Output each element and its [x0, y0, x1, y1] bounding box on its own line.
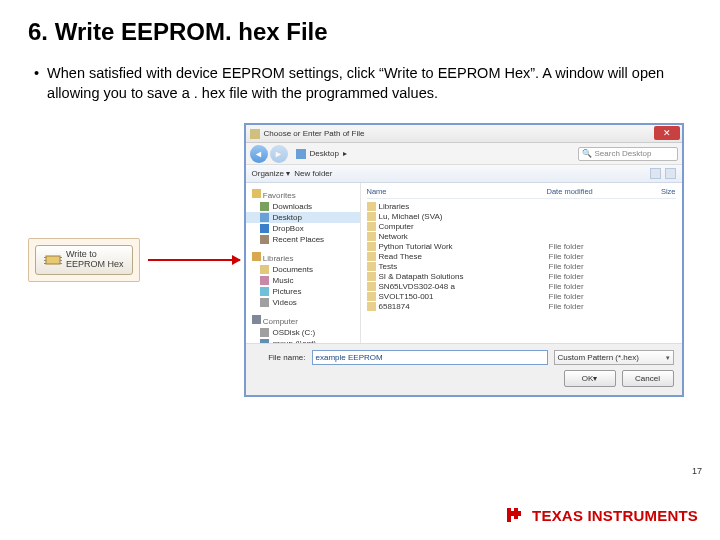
filename-label: File name: — [254, 353, 306, 362]
desktop-icon — [296, 149, 306, 159]
list-item[interactable]: Network — [367, 231, 676, 241]
slide-title: 6. Write EEPROM. hex File — [28, 18, 692, 46]
list-item[interactable]: Read TheseFile folder — [367, 251, 676, 261]
sidebar-item-documents[interactable]: Documents — [246, 264, 360, 275]
dialog-toolbar: Organize ▾ New folder — [246, 165, 682, 183]
write-to-eeprom-hex-button[interactable]: Write to EEPROM Hex — [35, 245, 133, 275]
file-list-pane: Name Date modified Size Libraries Lu, Mi… — [361, 183, 682, 343]
new-folder-button[interactable]: New folder — [294, 169, 332, 178]
dialog-app-icon — [250, 129, 260, 139]
folder-icon — [367, 242, 376, 251]
write-button-line1: Write to — [66, 249, 97, 259]
sidebar-item-recent[interactable]: Recent Places — [246, 234, 360, 245]
write-button-frame: Write to EEPROM Hex — [28, 238, 140, 282]
search-placeholder: Search Desktop — [595, 149, 652, 158]
col-name[interactable]: Name — [367, 187, 547, 196]
sidebar-favorites-header: Favorites — [246, 187, 360, 201]
sidebar-item-dropbox[interactable]: DropBox — [246, 223, 360, 234]
sidebar-item-netgroup[interactable]: group (\\ent) — [246, 338, 360, 343]
list-item[interactable]: SN65LVDS302-048 aFile folder — [367, 281, 676, 291]
svg-rect-5 — [60, 260, 62, 261]
breadcrumb[interactable]: Desktop ▸ — [296, 149, 578, 159]
dialog-title: Choose or Enter Path of File — [264, 129, 365, 138]
write-button-line2: EEPROM Hex — [66, 259, 124, 269]
nav-back-icon[interactable]: ◄ — [250, 145, 268, 163]
bullet-text: When satisfied with device EEPROM settin… — [47, 64, 692, 103]
list-item[interactable]: SI & Datapath SolutionsFile folder — [367, 271, 676, 281]
filename-input[interactable]: example EEPROM — [312, 350, 548, 365]
list-item[interactable]: 6581874File folder — [367, 301, 676, 311]
cancel-button[interactable]: Cancel — [622, 370, 674, 387]
help-icon[interactable] — [665, 168, 676, 179]
pointer-arrow — [148, 259, 240, 261]
folder-icon — [367, 252, 376, 261]
sidebar-computer-header: Computer — [246, 313, 360, 327]
bullet-marker: • — [34, 64, 39, 103]
folder-icon — [367, 262, 376, 271]
svg-rect-6 — [60, 263, 62, 264]
crumb-text: Desktop — [310, 149, 339, 158]
dialog-sidebar: Favorites Downloads Desktop DropBox Rece… — [246, 183, 361, 343]
ti-logo-icon — [504, 504, 526, 526]
sidebar-item-music[interactable]: Music — [246, 275, 360, 286]
save-file-dialog: Choose or Enter Path of File ✕ ◄ ► Deskt… — [244, 123, 684, 397]
nav-forward-icon[interactable]: ► — [270, 145, 288, 163]
sidebar-item-pictures[interactable]: Pictures — [246, 286, 360, 297]
col-date[interactable]: Date modified — [547, 187, 616, 196]
folder-icon — [367, 272, 376, 281]
ok-button[interactable]: OK ▾ — [564, 370, 616, 387]
svg-rect-4 — [60, 257, 62, 258]
list-item[interactable]: SVOLT150-001File folder — [367, 291, 676, 301]
sidebar-item-videos[interactable]: Videos — [246, 297, 360, 308]
svg-rect-1 — [44, 257, 46, 258]
dialog-nav: ◄ ► Desktop ▸ 🔍 Search Desktop — [246, 143, 682, 165]
sidebar-item-desktop[interactable]: Desktop — [246, 212, 360, 223]
svg-rect-3 — [44, 263, 46, 264]
view-mode-icon[interactable] — [650, 168, 661, 179]
dialog-titlebar: Choose or Enter Path of File ✕ — [246, 125, 682, 143]
list-item[interactable]: Computer — [367, 221, 676, 231]
list-item[interactable]: Lu, Michael (SVA) — [367, 211, 676, 221]
folder-icon — [367, 292, 376, 301]
close-icon[interactable]: ✕ — [654, 126, 680, 140]
list-item[interactable]: TestsFile folder — [367, 261, 676, 271]
folder-icon — [367, 302, 376, 311]
folder-icon — [367, 222, 376, 231]
dialog-footer: File name: example EEPROM Custom Pattern… — [246, 343, 682, 395]
sidebar-item-downloads[interactable]: Downloads — [246, 201, 360, 212]
folder-icon — [367, 212, 376, 221]
list-item[interactable]: Libraries — [367, 201, 676, 211]
search-input[interactable]: 🔍 Search Desktop — [578, 147, 678, 161]
file-format-select[interactable]: Custom Pattern (*.hex) — [554, 350, 674, 365]
page-number: 17 — [692, 466, 702, 476]
eeprom-chip-icon — [44, 253, 62, 267]
organize-menu[interactable]: Organize ▾ — [252, 169, 291, 178]
chevron-right-icon: ▸ — [343, 149, 347, 158]
file-list-header: Name Date modified Size — [367, 187, 676, 199]
col-size[interactable]: Size — [616, 187, 676, 196]
search-icon: 🔍 — [582, 149, 592, 158]
svg-rect-2 — [44, 260, 46, 261]
folder-icon — [367, 202, 376, 211]
svg-rect-0 — [46, 256, 60, 264]
brand-text: TEXAS INSTRUMENTS — [532, 507, 698, 524]
sidebar-libraries-header: Libraries — [246, 250, 360, 264]
brand-footer: TEXAS INSTRUMENTS — [504, 504, 698, 526]
folder-icon — [367, 282, 376, 291]
folder-icon — [367, 232, 376, 241]
list-item[interactable]: Python Tutorial WorkFile folder — [367, 241, 676, 251]
bullet-item: • When satisfied with device EEPROM sett… — [28, 64, 692, 103]
sidebar-item-osdisk[interactable]: OSDisk (C:) — [246, 327, 360, 338]
